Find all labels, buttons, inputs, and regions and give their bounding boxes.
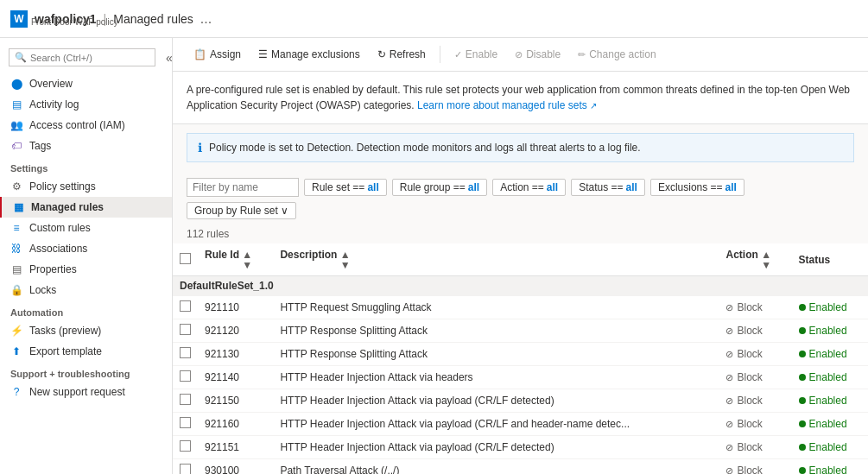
sidebar-item-label: Locks — [29, 284, 56, 296]
block-icon: ⊘ — [725, 465, 733, 475]
settings-section-label: Settings — [0, 156, 172, 176]
export-icon: ⬆ — [10, 345, 22, 357]
status-cell: Enabled — [792, 413, 868, 436]
status-dot — [799, 420, 806, 427]
rule-id-cell: 921150 — [198, 389, 273, 413]
enable-icon: ✓ — [454, 49, 462, 60]
rules-table-body: DefaultRuleSet_1.0 921110 HTTP Request S… — [173, 276, 868, 475]
sidebar-item-label: Tasks (preview) — [29, 325, 101, 337]
sidebar-item-export-template[interactable]: ⬆ Export template — [0, 341, 172, 362]
action-sort-icon[interactable]: ▲▼ — [761, 250, 771, 270]
rule-id-sort-icon[interactable]: ▲▼ — [242, 250, 252, 270]
automation-section-label: Automation — [0, 300, 172, 320]
row-checkbox-cell — [173, 366, 198, 389]
tasks-icon: ⚡ — [10, 325, 22, 337]
sidebar-item-label: Export template — [29, 345, 102, 357]
sidebar-item-policy-settings[interactable]: ⚙ Policy settings — [0, 176, 172, 197]
change-action-button[interactable]: ✏ Change action — [571, 45, 662, 64]
sidebar-item-custom-rules[interactable]: ≡ Custom rules — [0, 218, 172, 238]
sidebar-item-associations[interactable]: ⛓ Associations — [0, 238, 172, 259]
table-row[interactable]: 921120 HTTP Response Splitting Attack ⊘ … — [173, 319, 868, 343]
rule-set-filter[interactable]: Rule set == all — [304, 179, 387, 196]
app-logo: W — [10, 10, 28, 28]
status-dot — [799, 444, 806, 451]
row-checkbox[interactable] — [180, 394, 191, 405]
sidebar-search-box[interactable]: 🔍 — [9, 48, 155, 66]
sidebar-item-tags[interactable]: 🏷 Tags — [0, 136, 172, 156]
th-status: Status — [792, 243, 868, 276]
filter-by-name-input[interactable] — [187, 178, 299, 197]
row-checkbox[interactable] — [180, 324, 191, 335]
table-row[interactable]: 921110 HTTP Request Smuggling Attack ⊘ B… — [173, 296, 868, 319]
support-icon: ? — [10, 386, 22, 398]
table-row[interactable]: 921151 HTTP Header Injection Attack via … — [173, 436, 868, 459]
block-icon: ⊘ — [725, 442, 733, 453]
toolbar: 📋 Assign ☰ Manage exclusions ↻ Refresh ✓… — [173, 38, 868, 72]
disable-button[interactable]: ⊘ Disable — [508, 45, 567, 64]
description-cell: HTTP Header Injection Attack via payload… — [273, 389, 719, 413]
th-action: Action ▲▼ — [719, 243, 791, 276]
managed-rules-icon: ▦ — [12, 201, 24, 213]
row-checkbox[interactable] — [180, 300, 191, 312]
status-filter[interactable]: Status == all — [571, 179, 645, 196]
row-checkbox-cell — [173, 319, 198, 343]
sidebar-item-properties[interactable]: ▤ Properties — [0, 259, 172, 280]
rules-table-container[interactable]: Rule Id ▲▼ Description ▲▼ Action ▲▼ Stat… — [173, 243, 868, 474]
learn-more-link[interactable]: Learn more about managed rule sets ↗ — [417, 99, 597, 111]
row-checkbox[interactable] — [180, 417, 191, 428]
table-row[interactable]: 921130 HTTP Response Splitting Attack ⊘ … — [173, 343, 868, 366]
action-cell: ⊘ Block — [719, 436, 791, 459]
row-checkbox[interactable] — [180, 347, 191, 358]
assign-button[interactable]: 📋 Assign — [187, 45, 248, 64]
sidebar-collapse-button[interactable]: « — [162, 49, 173, 66]
status-dot — [799, 327, 806, 334]
action-filter[interactable]: Action == all — [492, 179, 566, 196]
status-cell: Enabled — [792, 459, 868, 475]
status-label: Enabled — [809, 348, 847, 360]
assign-icon: 📋 — [193, 48, 206, 60]
sidebar-item-locks[interactable]: 🔒 Locks — [0, 280, 172, 300]
access-control-icon: 👥 — [10, 119, 22, 131]
block-icon: ⊘ — [725, 419, 733, 430]
properties-icon: ▤ — [10, 263, 22, 275]
refresh-button[interactable]: ↻ Refresh — [371, 45, 433, 64]
table-row[interactable]: 921140 HTTP Header Injection Attack via … — [173, 366, 868, 389]
more-options-button[interactable]: ... — [200, 11, 212, 27]
group-by-dropdown[interactable]: Group by Rule set ∨ — [187, 202, 296, 219]
row-checkbox[interactable] — [180, 464, 191, 474]
sidebar-item-managed-rules[interactable]: ▦ Managed rules — [0, 197, 172, 218]
sidebar-item-overview[interactable]: ⬤ Overview — [0, 73, 172, 94]
status-dot — [799, 397, 806, 404]
disable-icon: ⊘ — [515, 49, 523, 60]
info-section: A pre-configured rule set is enabled by … — [173, 72, 868, 124]
action-label: Block — [737, 395, 762, 407]
status-dot — [799, 374, 806, 381]
sidebar-item-label: New support request — [29, 386, 125, 398]
rule-group-filter[interactable]: Rule group == all — [392, 179, 487, 196]
row-checkbox-cell — [173, 296, 198, 319]
table-row[interactable]: 930100 Path Traversal Attack (/../) ⊘ Bl… — [173, 459, 868, 475]
row-checkbox-cell — [173, 413, 198, 436]
search-input[interactable] — [30, 53, 149, 63]
manage-exclusions-button[interactable]: ☰ Manage exclusions — [251, 45, 367, 64]
enable-button[interactable]: ✓ Enable — [447, 45, 504, 64]
exclusions-filter[interactable]: Exclusions == all — [650, 179, 744, 196]
row-checkbox[interactable] — [180, 370, 191, 382]
sidebar-item-tasks[interactable]: ⚡ Tasks (preview) — [0, 320, 172, 341]
row-checkbox[interactable] — [180, 440, 191, 452]
refresh-icon: ↻ — [377, 48, 386, 60]
sidebar-item-access-control[interactable]: 👥 Access control (IAM) — [0, 115, 172, 136]
description-sort-icon[interactable]: ▲▼ — [340, 250, 351, 270]
block-icon: ⊘ — [725, 302, 733, 313]
sidebar-item-activity-log[interactable]: ▤ Activity log — [0, 94, 172, 115]
table-row[interactable]: 921150 HTTP Header Injection Attack via … — [173, 389, 868, 413]
tags-icon: 🏷 — [10, 140, 22, 152]
sidebar-item-new-support[interactable]: ? New support request — [0, 382, 172, 402]
status-cell: Enabled — [792, 319, 868, 343]
description-cell: HTTP Header Injection Attack via payload… — [273, 413, 719, 436]
table-row[interactable]: 921160 HTTP Header Injection Attack via … — [173, 413, 868, 436]
select-all-checkbox[interactable] — [180, 253, 191, 264]
th-rule-id: Rule Id ▲▼ — [198, 243, 273, 276]
description-cell: HTTP Header Injection Attack via payload… — [273, 436, 719, 459]
policy-settings-icon: ⚙ — [10, 180, 22, 193]
